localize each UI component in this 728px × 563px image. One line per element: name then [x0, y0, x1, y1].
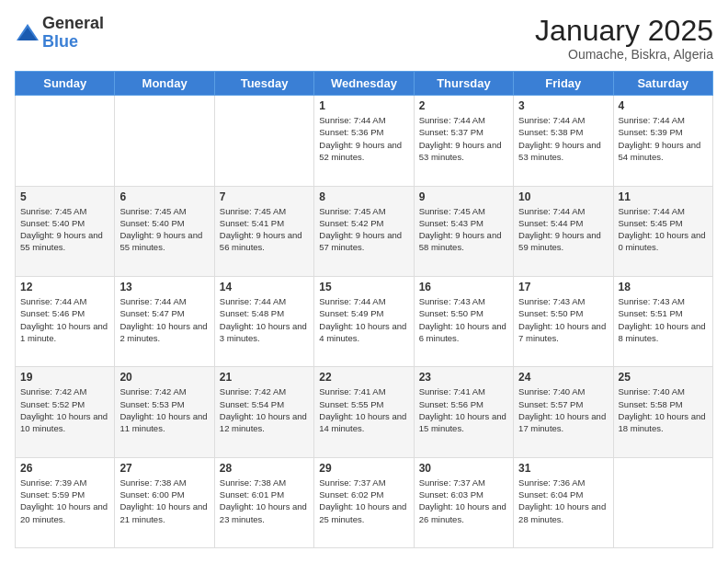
day-info: Sunrise: 7:44 AM Sunset: 5:47 PM Dayligh… [119, 295, 209, 344]
week-row-1: 5Sunrise: 7:45 AM Sunset: 5:40 PM Daylig… [16, 186, 713, 276]
day-info: Sunrise: 7:36 AM Sunset: 6:04 PM Dayligh… [518, 477, 608, 525]
day-info: Sunrise: 7:42 AM Sunset: 5:54 PM Dayligh… [220, 385, 309, 434]
cell-w4-d5: 31Sunrise: 7:36 AM Sunset: 6:04 PM Dayli… [514, 457, 613, 547]
day-info: Sunrise: 7:42 AM Sunset: 5:52 PM Dayligh… [20, 385, 109, 434]
day-info: Sunrise: 7:44 AM Sunset: 5:36 PM Dayligh… [319, 114, 408, 163]
day-number: 16 [419, 281, 508, 293]
cell-w0-d5: 3Sunrise: 7:44 AM Sunset: 5:38 PM Daylig… [514, 96, 613, 186]
cell-w3-d5: 24Sunrise: 7:40 AM Sunset: 5:57 PM Dayli… [514, 367, 613, 457]
day-number: 18 [619, 281, 708, 293]
calendar-header-row: Sunday Monday Tuesday Wednesday Thursday… [16, 72, 713, 96]
cell-w4-d4: 30Sunrise: 7:37 AM Sunset: 6:03 PM Dayli… [414, 457, 513, 547]
day-info: Sunrise: 7:44 AM Sunset: 5:45 PM Dayligh… [619, 205, 708, 254]
cell-w1-d2: 7Sunrise: 7:45 AM Sunset: 5:41 PM Daylig… [214, 186, 313, 276]
cell-w4-d3: 29Sunrise: 7:37 AM Sunset: 6:02 PM Dayli… [314, 457, 414, 547]
day-number: 15 [319, 281, 408, 293]
day-info: Sunrise: 7:45 AM Sunset: 5:42 PM Dayligh… [319, 205, 408, 254]
day-number: 10 [518, 190, 608, 203]
month-title: January 2025 [535, 15, 713, 47]
cell-w4-d0: 26Sunrise: 7:39 AM Sunset: 5:59 PM Dayli… [16, 457, 115, 547]
day-info: Sunrise: 7:44 AM Sunset: 5:38 PM Dayligh… [518, 114, 608, 163]
header-friday: Friday [514, 72, 613, 96]
cell-w4-d2: 28Sunrise: 7:38 AM Sunset: 6:01 PM Dayli… [214, 457, 313, 547]
cell-w1-d1: 6Sunrise: 7:45 AM Sunset: 5:40 PM Daylig… [115, 186, 214, 276]
header-saturday: Saturday [613, 72, 712, 96]
header-thursday: Thursday [414, 72, 513, 96]
cell-w1-d4: 9Sunrise: 7:45 AM Sunset: 5:43 PM Daylig… [414, 186, 513, 276]
day-number: 31 [518, 462, 608, 475]
day-info: Sunrise: 7:41 AM Sunset: 5:56 PM Dayligh… [419, 385, 508, 434]
day-info: Sunrise: 7:44 AM Sunset: 5:49 PM Dayligh… [319, 295, 408, 344]
day-info: Sunrise: 7:45 AM Sunset: 5:43 PM Dayligh… [419, 205, 508, 254]
day-number: 14 [220, 281, 309, 293]
location: Oumache, Biskra, Algeria [535, 47, 713, 62]
week-row-3: 19Sunrise: 7:42 AM Sunset: 5:52 PM Dayli… [16, 367, 713, 457]
cell-w4-d1: 27Sunrise: 7:38 AM Sunset: 6:00 PM Dayli… [115, 457, 214, 547]
day-info: Sunrise: 7:38 AM Sunset: 6:00 PM Dayligh… [119, 477, 209, 525]
day-info: Sunrise: 7:39 AM Sunset: 5:59 PM Dayligh… [20, 477, 109, 525]
day-info: Sunrise: 7:43 AM Sunset: 5:50 PM Dayligh… [518, 295, 608, 344]
day-number: 13 [119, 281, 209, 293]
cell-w2-d6: 18Sunrise: 7:43 AM Sunset: 5:51 PM Dayli… [613, 276, 712, 366]
cell-w0-d2 [214, 96, 313, 186]
day-number: 4 [619, 99, 708, 112]
cell-w3-d2: 21Sunrise: 7:42 AM Sunset: 5:54 PM Dayli… [214, 367, 313, 457]
day-number: 2 [419, 99, 508, 112]
header-tuesday: Tuesday [214, 72, 313, 96]
cell-w2-d2: 14Sunrise: 7:44 AM Sunset: 5:48 PM Dayli… [214, 276, 313, 366]
cell-w2-d3: 15Sunrise: 7:44 AM Sunset: 5:49 PM Dayli… [314, 276, 414, 366]
cell-w2-d0: 12Sunrise: 7:44 AM Sunset: 5:46 PM Dayli… [16, 276, 115, 366]
day-number: 17 [518, 281, 608, 293]
day-info: Sunrise: 7:44 AM Sunset: 5:39 PM Dayligh… [619, 114, 708, 163]
day-number: 8 [319, 190, 408, 203]
cell-w1-d5: 10Sunrise: 7:44 AM Sunset: 5:44 PM Dayli… [514, 186, 613, 276]
header: General Blue January 2025 Oumache, Biskr… [15, 15, 713, 62]
day-number: 3 [518, 99, 608, 112]
day-info: Sunrise: 7:45 AM Sunset: 5:40 PM Dayligh… [20, 205, 109, 254]
day-number: 19 [20, 371, 109, 384]
header-wednesday: Wednesday [314, 72, 414, 96]
header-monday: Monday [115, 72, 214, 96]
calendar-table: Sunday Monday Tuesday Wednesday Thursday… [15, 71, 713, 548]
day-info: Sunrise: 7:44 AM Sunset: 5:44 PM Dayligh… [518, 205, 608, 254]
day-number: 22 [319, 371, 408, 384]
day-info: Sunrise: 7:45 AM Sunset: 5:40 PM Dayligh… [119, 205, 209, 254]
day-info: Sunrise: 7:45 AM Sunset: 5:41 PM Dayligh… [220, 205, 309, 254]
page: General Blue January 2025 Oumache, Biskr… [0, 0, 728, 563]
logo-icon [15, 20, 40, 46]
day-number: 6 [119, 190, 209, 203]
week-row-4: 26Sunrise: 7:39 AM Sunset: 5:59 PM Dayli… [16, 457, 713, 547]
day-number: 21 [220, 371, 309, 384]
day-number: 28 [220, 462, 309, 475]
cell-w2-d1: 13Sunrise: 7:44 AM Sunset: 5:47 PM Dayli… [115, 276, 214, 366]
cell-w0-d0 [16, 96, 115, 186]
title-section: January 2025 Oumache, Biskra, Algeria [535, 15, 713, 62]
cell-w1-d3: 8Sunrise: 7:45 AM Sunset: 5:42 PM Daylig… [314, 186, 414, 276]
cell-w3-d6: 25Sunrise: 7:40 AM Sunset: 5:58 PM Dayli… [613, 367, 712, 457]
day-number: 29 [319, 462, 408, 475]
cell-w4-d6 [613, 457, 712, 547]
day-number: 1 [319, 99, 408, 112]
day-info: Sunrise: 7:37 AM Sunset: 6:03 PM Dayligh… [419, 477, 508, 525]
cell-w1-d0: 5Sunrise: 7:45 AM Sunset: 5:40 PM Daylig… [16, 186, 115, 276]
day-info: Sunrise: 7:40 AM Sunset: 5:57 PM Dayligh… [518, 385, 608, 434]
day-number: 27 [119, 462, 209, 475]
cell-w1-d6: 11Sunrise: 7:44 AM Sunset: 5:45 PM Dayli… [613, 186, 712, 276]
cell-w0-d1 [115, 96, 214, 186]
cell-w3-d3: 22Sunrise: 7:41 AM Sunset: 5:55 PM Dayli… [314, 367, 414, 457]
cell-w3-d1: 20Sunrise: 7:42 AM Sunset: 5:53 PM Dayli… [115, 367, 214, 457]
day-info: Sunrise: 7:41 AM Sunset: 5:55 PM Dayligh… [319, 385, 408, 434]
header-sunday: Sunday [16, 72, 115, 96]
cell-w3-d0: 19Sunrise: 7:42 AM Sunset: 5:52 PM Dayli… [16, 367, 115, 457]
day-info: Sunrise: 7:44 AM Sunset: 5:37 PM Dayligh… [419, 114, 508, 163]
cell-w2-d4: 16Sunrise: 7:43 AM Sunset: 5:50 PM Dayli… [414, 276, 513, 366]
day-info: Sunrise: 7:38 AM Sunset: 6:01 PM Dayligh… [220, 477, 309, 525]
day-info: Sunrise: 7:44 AM Sunset: 5:46 PM Dayligh… [20, 295, 109, 344]
day-number: 26 [20, 462, 109, 475]
day-number: 9 [419, 190, 508, 203]
logo: General Blue [15, 15, 104, 52]
cell-w0-d6: 4Sunrise: 7:44 AM Sunset: 5:39 PM Daylig… [613, 96, 712, 186]
cell-w0-d3: 1Sunrise: 7:44 AM Sunset: 5:36 PM Daylig… [314, 96, 414, 186]
day-number: 7 [220, 190, 309, 203]
day-number: 23 [419, 371, 508, 384]
